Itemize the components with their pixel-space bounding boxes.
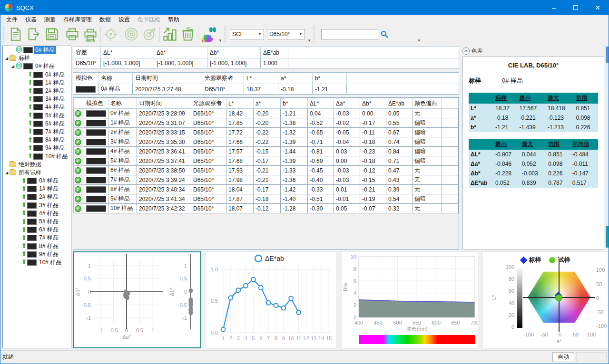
toolbar-overflow-icon[interactable]: ▼ — [218, 38, 222, 43]
table-row[interactable]: ✓7# 样品2020/7/25 3:39:24D65/10°17.98-0.21… — [74, 175, 459, 185]
tree-item-7[interactable]: 4# 样品 — [3, 103, 71, 111]
cell-bias: 偏暗 — [413, 147, 442, 156]
tree-item-16[interactable]: 0# 样品 — [3, 177, 71, 185]
color-swatch — [23, 63, 33, 69]
new-document-button[interactable] — [7, 25, 25, 43]
tree-item-21[interactable]: 5# 样品 — [3, 218, 71, 226]
cell-b: -1.39 — [281, 156, 308, 166]
tree-item-0[interactable]: 0# 样品 — [3, 46, 71, 54]
cell-bias: 无 — [413, 175, 442, 185]
auto-button[interactable]: 自动 — [552, 352, 574, 362]
window-title: SQCX — [16, 4, 34, 11]
calibrate-button[interactable] — [122, 25, 140, 43]
tree-item-3[interactable]: 0# 样品 — [3, 71, 71, 79]
tree-item-8[interactable]: 5# 样品 — [3, 112, 71, 120]
print-button[interactable] — [63, 25, 81, 43]
save-button[interactable] — [43, 25, 61, 43]
tree-item-10[interactable]: 7# 样品 — [3, 128, 71, 136]
tree-item-13[interactable]: 10# 样品 — [3, 152, 71, 160]
color-swatch — [33, 121, 43, 127]
toolbar-grip[interactable] — [314, 26, 316, 42]
table-row[interactable]: ✓9# 样品2020/7/25 3:41:34D65/10°17.87-0.18… — [74, 194, 459, 204]
lstar-tick: 100 — [501, 264, 514, 270]
colorcard-search-button[interactable] — [199, 25, 217, 43]
menu-item-4[interactable]: 数据 — [96, 15, 115, 25]
tree-item-15[interactable]: ◢所有试样 — [3, 169, 71, 177]
cell-illuminant: D65/10° — [191, 175, 226, 185]
tree-expander[interactable]: ◢ — [4, 56, 10, 60]
menu-item-5[interactable]: 设置 — [115, 15, 134, 25]
tree-item-17[interactable]: 1# 样品 — [3, 185, 71, 193]
table-row[interactable]: ✓10# 样品2020/7/25 3:42:32D65/10°18.07-0.1… — [74, 204, 459, 213]
tree-expander[interactable]: ◢ — [4, 171, 10, 175]
mode-select[interactable]: SCI ▼ — [230, 29, 264, 39]
table-row[interactable]: ✓0# 样品2020/7/25 3:28:09D65/10°18.42-0.20… — [74, 109, 459, 118]
sample-arrow-icon — [22, 226, 26, 234]
minimize-button[interactable]: – — [543, 0, 565, 15]
tree-item-5[interactable]: 2# 样品 — [3, 87, 71, 95]
collapse-panel-button[interactable] — [462, 48, 470, 55]
color-swatch — [27, 243, 37, 249]
tree-item-1[interactable]: ◢标样 — [3, 54, 71, 62]
maximize-button[interactable] — [565, 0, 587, 15]
menu-item-0[interactable]: 文件 — [2, 15, 21, 25]
tree-item-19[interactable]: 3# 样品 — [3, 201, 71, 210]
menu-item-2[interactable]: 测量 — [40, 15, 59, 25]
color-swatch — [27, 186, 37, 192]
color-swatch — [27, 219, 37, 225]
cell-dL: -0.45 — [308, 166, 334, 175]
toolbar-grip[interactable] — [3, 26, 5, 42]
tree-item-23[interactable]: 7# 样品 — [3, 234, 71, 242]
panel-title: 色差 — [471, 47, 483, 55]
tree-expander[interactable]: ◢ — [10, 64, 16, 68]
tree-item-12[interactable]: 9# 样品 — [3, 144, 71, 152]
statistics-button[interactable] — [161, 25, 179, 43]
color-swatch — [86, 177, 106, 183]
tree-item-22[interactable]: 6# 样品 — [3, 226, 71, 234]
svg-text:11: 11 — [296, 335, 301, 341]
illuminant-select[interactable]: D65/10° ▼ — [267, 29, 305, 39]
table-row[interactable]: ✓3# 样品2020/7/25 3:35:30D65/10°17.66-0.22… — [74, 137, 459, 147]
table-row[interactable]: ✓4# 样品2020/7/25 3:36:41D65/10°17.57-0.15… — [74, 147, 459, 156]
search-button[interactable] — [380, 30, 389, 38]
menu-item-7[interactable]: 帮助 — [164, 15, 183, 25]
tree-item-24[interactable]: 8# 样品 — [3, 242, 71, 250]
tree-item-14[interactable]: 绝对数据 — [3, 161, 71, 169]
tree-item-26[interactable]: 10# 样品 — [3, 259, 71, 267]
print-word-button[interactable]: Word — [81, 25, 99, 43]
menu-item-3[interactable]: 存样库管理 — [59, 15, 96, 25]
toolbar-overflow-icon[interactable]: ▼ — [307, 38, 311, 43]
table-row[interactable]: ✓8# 样品2020/7/25 3:40:34D65/10°18.04-0.17… — [74, 185, 459, 194]
tree-item-6[interactable]: 3# 样品 — [3, 95, 71, 103]
measure-target-button[interactable] — [140, 25, 158, 43]
tree-item-4[interactable]: 1# 样品 — [3, 79, 71, 87]
table-row[interactable]: ✓5# 样品2020/7/25 3:37:41D65/10°17.68-0.17… — [74, 156, 459, 166]
table-row[interactable]: ✓1# 样品2020/7/25 3:31:07D65/10°17.85-0.20… — [74, 118, 459, 128]
table-row[interactable]: ✓2# 样品2020/7/25 3:33:15D65/10°17.72-0.22… — [74, 128, 459, 137]
tolerance-header-3: Δb* — [207, 47, 261, 58]
cell-name: 5# 样品 — [108, 156, 137, 166]
toolbar-grip[interactable] — [225, 26, 227, 42]
tree-item-18[interactable]: 2# 样品 — [3, 193, 71, 201]
tree-item-20[interactable]: 4# 样品 — [3, 210, 71, 218]
delete-button[interactable] — [179, 25, 197, 43]
tree-item-label: 所有试样 — [18, 169, 43, 177]
svg-text:13: 13 — [311, 335, 316, 341]
tree-item-2[interactable]: ◢0# 样品 — [3, 62, 71, 70]
menu-item-6[interactable]: 色卡匹检 — [134, 15, 164, 25]
close-button[interactable]: ✕ — [587, 0, 609, 15]
table-row[interactable]: ✓6# 样品2020/7/25 3:38:50D65/10°17.93-0.21… — [74, 166, 459, 175]
folder-icon — [10, 56, 16, 61]
standard-cell-L: 18.37 — [244, 84, 278, 95]
search-input[interactable] — [321, 29, 378, 39]
import-export-button[interactable] — [25, 25, 43, 43]
astar-tick: 0 — [552, 332, 568, 337]
tree-item-25[interactable]: 9# 样品 — [3, 250, 71, 259]
menu-item-1[interactable]: 仪器 — [21, 15, 40, 25]
tree-item-11[interactable]: 8# 样品 — [3, 136, 71, 144]
tree-item-9[interactable]: 6# 样品 — [3, 120, 71, 128]
stat-row: L*18.3717.56718.4180.851 — [469, 104, 598, 113]
panel-scrollbar[interactable] — [606, 47, 609, 249]
locate-target-button[interactable] — [102, 25, 120, 43]
toolbar-overflow-icon[interactable]: ▼ — [417, 38, 421, 43]
